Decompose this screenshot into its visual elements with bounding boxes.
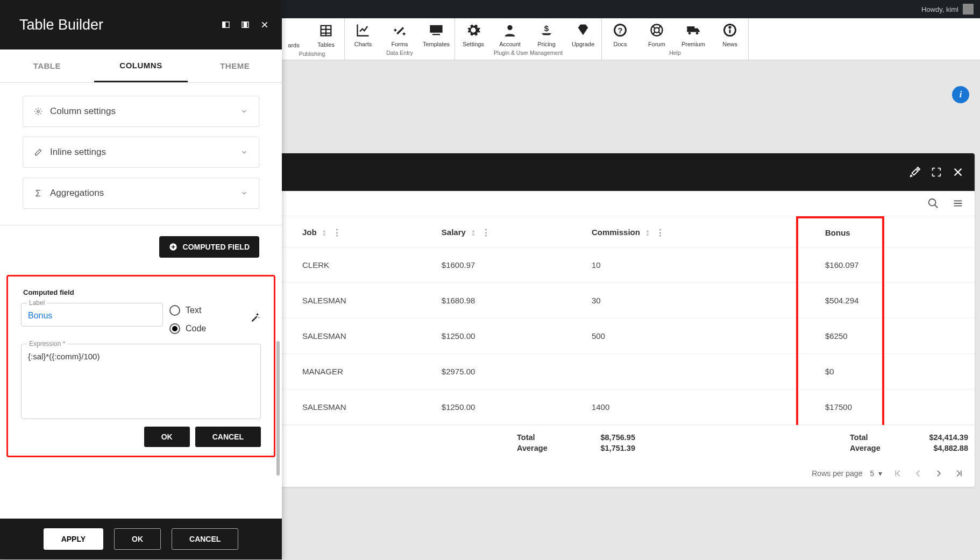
cell-job: MANAGER (296, 354, 435, 389)
sidebar-footer: APPLY OK CANCEL (0, 519, 282, 559)
avatar[interactable] (963, 4, 974, 15)
expression-field-wrap: Expression * (21, 344, 261, 419)
cell-salary: $1250.00 (435, 389, 585, 425)
toolbar-item-premium[interactable]: Premium (675, 18, 712, 47)
toolbar-group-plugin: Plugin & User Management (455, 47, 601, 58)
cell-salary: $2975.00 (435, 354, 585, 389)
menu-icon[interactable] (952, 197, 964, 209)
ok-button[interactable]: OK (114, 528, 161, 550)
accordion-inline-settings[interactable]: Inline settings (23, 137, 259, 168)
page-last-icon[interactable] (954, 469, 964, 478)
cell-commission: 1400 (585, 389, 797, 425)
cell-bonus: $504.294 (797, 283, 883, 318)
footer-avg-val: $1,751.39 (576, 444, 635, 452)
toolbar-item-tables[interactable]: Tables (308, 18, 344, 48)
col-job[interactable]: Job▲▼⋮ (296, 217, 435, 247)
toolbar-item-news[interactable]: News (712, 18, 748, 47)
close-icon[interactable] (952, 166, 964, 178)
cell-bonus: $6250 (797, 318, 883, 354)
col-bonus[interactable]: Bonus (797, 217, 883, 247)
cell-commission: 500 (585, 318, 797, 354)
wand-icon (249, 311, 261, 323)
sidebar-header: Table Builder (0, 0, 282, 49)
sort-icon[interactable]: ▲▼ (645, 229, 650, 237)
svg-point-11 (929, 199, 936, 206)
chevron-down-icon (240, 148, 248, 156)
radio-code[interactable]: Code (169, 323, 206, 334)
svg-point-7 (696, 32, 699, 35)
tools-icon[interactable] (909, 166, 921, 178)
toolbar-item-upgrade[interactable]: Upgrade (565, 18, 601, 47)
sort-icon[interactable]: ▲▼ (471, 229, 475, 237)
cancel-button[interactable]: CANCEL (172, 528, 238, 550)
chevron-down-icon (240, 108, 248, 115)
tab-columns[interactable]: COLUMNS (94, 49, 188, 82)
cf-cancel-button[interactable]: CANCEL (195, 427, 261, 447)
col-commission[interactable]: Commission▲▼⋮ (585, 217, 797, 247)
page-next-icon[interactable] (934, 469, 943, 478)
toolbar-item-account[interactable]: Account (492, 18, 528, 47)
apply-button[interactable]: APPLY (44, 528, 103, 550)
fullscreen-icon[interactable] (931, 166, 942, 178)
expression-input[interactable] (28, 352, 254, 416)
page-first-icon[interactable] (893, 469, 903, 478)
cell-job: SALESMAN (296, 318, 435, 354)
sidebar-title: Table Builder (19, 17, 103, 33)
page-prev-icon[interactable] (913, 469, 923, 478)
tab-table[interactable]: TABLE (0, 49, 94, 82)
toolbar-group-help: Help (602, 47, 748, 58)
close-icon[interactable] (260, 20, 269, 29)
info-badge[interactable]: i (952, 86, 969, 103)
cell-job: CLERK (296, 247, 435, 283)
sidebar-body: Column settings Inline settings Aggregat… (0, 83, 282, 519)
dock-left-icon[interactable] (222, 20, 230, 29)
cell-job: SALESMAN (296, 283, 435, 318)
accordion-column-settings[interactable]: Column settings (23, 96, 259, 127)
col-menu-icon[interactable]: ⋮ (482, 228, 490, 237)
svg-point-5 (654, 27, 659, 32)
toolbar-item-forum[interactable]: Forum (638, 18, 675, 47)
toolbar-item-templates[interactable]: Templates (418, 18, 455, 47)
toolbar-item-charts[interactable]: Charts (345, 18, 381, 47)
gear-icon (466, 23, 481, 38)
computed-field-editor: Computed field Label Text Code Expressio… (6, 275, 275, 457)
search-icon[interactable] (927, 197, 939, 209)
accordion-aggregations[interactable]: Aggregations (23, 178, 259, 209)
footer-bonus-avg-val: $4,882.88 (904, 444, 968, 452)
cell-salary: $1680.98 (435, 283, 585, 318)
radio-text[interactable]: Text (169, 305, 206, 316)
label-caption: Label (27, 299, 47, 307)
col-salary[interactable]: Salary▲▼⋮ (435, 217, 585, 247)
label-field-wrap: Label (21, 303, 163, 327)
table-icon (318, 23, 333, 38)
cell-salary: $1600.97 (435, 247, 585, 283)
svg-point-16 (37, 110, 39, 112)
greeting[interactable]: Howdy, kiml (921, 5, 958, 13)
toolbar-item-settings[interactable]: Settings (455, 18, 492, 47)
rows-per-page-select[interactable]: 5 ▾ (870, 469, 882, 478)
dock-center-icon[interactable] (241, 20, 250, 29)
add-computed-field-button[interactable]: COMPUTED FIELD (159, 236, 259, 258)
svg-point-6 (688, 32, 691, 35)
footer-bonus-avg-label: Average (850, 444, 904, 452)
table-builder-sidebar: Table Builder TABLE COLUMNS THEME Column… (0, 0, 282, 559)
magic-wand-button[interactable] (249, 311, 261, 325)
chevron-down-icon (240, 189, 248, 197)
tab-theme[interactable]: THEME (188, 49, 282, 82)
col-menu-icon[interactable]: ⋮ (656, 228, 664, 237)
cell-bonus: $17500 (797, 389, 883, 425)
sort-icon[interactable]: ▲▼ (322, 229, 326, 237)
toolbar-item-pricing[interactable]: $Pricing (528, 18, 565, 47)
toolbar-item-boards[interactable]: ards (280, 18, 308, 48)
footer-avg-label: Average (517, 444, 576, 452)
cf-ok-button[interactable]: OK (144, 427, 190, 447)
footer-bonus-total-val: $24,414.39 (904, 433, 968, 442)
sigma-icon (34, 189, 42, 197)
label-input[interactable] (28, 311, 156, 321)
toolbar-item-forms[interactable]: Forms (381, 18, 418, 47)
scrollbar[interactable] (276, 341, 280, 476)
help-icon: ? (613, 23, 628, 38)
col-menu-icon[interactable]: ⋮ (333, 228, 341, 237)
toolbar-item-docs[interactable]: ?Docs (602, 18, 638, 47)
edit-icon (34, 148, 42, 157)
